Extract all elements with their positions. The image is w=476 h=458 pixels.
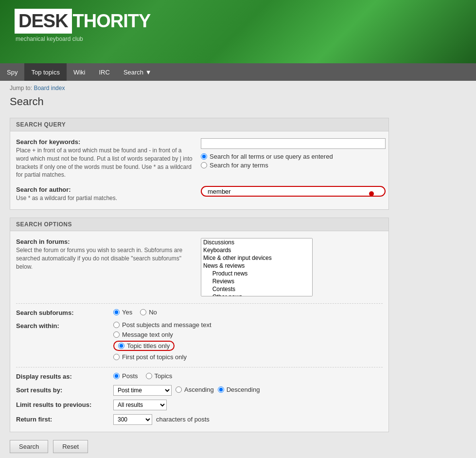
limit-control: All results 1 day 7 days 2 weeks 1 month… — [113, 400, 167, 410]
subforums-control: Yes No — [113, 309, 157, 317]
main-content: Search SEARCH QUERY Search for keywords:… — [0, 95, 399, 458]
site-header: DESK THORITY mechanical keyboard club — [0, 0, 476, 63]
sort-label: Sort results by: — [16, 386, 113, 394]
site-logo[interactable]: DESK THORITY — [15, 9, 150, 34]
subforums-no-input[interactable] — [140, 309, 146, 315]
forum-option-reviews: Reviews — [201, 277, 302, 285]
breadcrumb: Jump to: Board index — [0, 81, 476, 95]
subforums-label: Search subforums: — [16, 309, 113, 316]
limit-label: Limit results to previous: — [16, 401, 113, 408]
action-buttons: Search Reset — [10, 440, 389, 453]
search-options-body: Search in forums: Select the forum or fo… — [10, 231, 388, 432]
limit-select[interactable]: All results 1 day 7 days 2 weeks 1 month… — [113, 400, 167, 410]
forums-row: Search in forums: Select the forum or fo… — [16, 238, 383, 296]
return-control: 300 characters of posts — [113, 414, 210, 425]
display-posts-label: Posts — [122, 372, 138, 380]
within-message-text-label: Message text only — [122, 331, 173, 338]
subforums-yes-input[interactable] — [113, 309, 120, 315]
within-post-subjects-label: Post subjects and message text — [122, 321, 212, 329]
keywords-label: Search for keywords: — [16, 138, 193, 146]
forum-option-contests: Contests — [201, 285, 302, 293]
search-options-panel: SEARCH OPTIONS Search in forums: Select … — [10, 218, 389, 432]
within-post-subjects-input[interactable] — [113, 322, 120, 328]
author-desc: Use * as a wildcard for partial matches. — [16, 195, 117, 202]
subforums-row: Search subforums: Yes No — [16, 309, 383, 317]
logo-desk: DESK — [15, 9, 72, 34]
return-select[interactable]: 300 — [113, 414, 152, 425]
forum-option-news: News & reviews — [201, 262, 302, 270]
radio-all-terms-input[interactable] — [201, 153, 207, 160]
within-first-post-input[interactable] — [113, 354, 120, 360]
breadcrumb-link[interactable]: Board index — [34, 85, 65, 92]
forums-select-container: Discussions Keyboards Mice & other input… — [201, 238, 313, 296]
keywords-control: Search for all terms or use query as ent… — [201, 138, 386, 170]
keywords-row: Search for keywords: Place + in front of… — [16, 138, 383, 179]
nav-item-irc[interactable]: IRC — [92, 63, 117, 81]
sort-select[interactable]: Post time Author Subject Forum Type — [113, 385, 172, 396]
nav-item-wiki[interactable]: Wiki — [67, 63, 92, 81]
within-topic-titles-label: Topic titles only — [127, 342, 170, 349]
sort-asc-input[interactable] — [176, 386, 182, 393]
forum-option-other-news: Other news — [201, 293, 302, 296]
forums-label-area: Search in forums: Select the forum or fo… — [16, 238, 201, 271]
sort-desc-label: Descending — [227, 386, 260, 393]
display-control: Posts Topics — [113, 372, 172, 381]
radio-all-terms: Search for all terms or use query as ent… — [201, 153, 386, 160]
display-posts-option: Posts — [113, 372, 138, 380]
nav-item-spy[interactable]: Spy — [0, 63, 24, 81]
author-label-area: Search for author: Use * as a wildcard f… — [16, 186, 201, 202]
within-first-post: First post of topics only — [113, 353, 212, 361]
radio-any-terms-input[interactable] — [201, 162, 207, 168]
limit-row: Limit results to previous: All results 1… — [16, 400, 383, 410]
sort-desc-input[interactable] — [218, 386, 224, 393]
author-input[interactable] — [201, 186, 386, 197]
reset-button[interactable]: Reset — [53, 440, 88, 453]
display-posts-input[interactable] — [113, 373, 120, 379]
within-message-text: Message text only — [113, 331, 212, 338]
radio-any-terms: Search for any terms — [201, 162, 386, 169]
subforums-yes-option: Yes — [113, 309, 132, 316]
nav-item-top-topics[interactable]: Top topics — [24, 63, 67, 81]
return-suffix: characters of posts — [156, 416, 210, 423]
within-row: Search within: Post subjects and message… — [16, 321, 383, 362]
sort-desc-option: Descending — [218, 386, 260, 393]
logo-container: DESK THORITY mechanical keyboard club — [0, 0, 476, 42]
within-topic-titles: Topic titles only — [113, 341, 212, 351]
search-button[interactable]: Search — [10, 440, 48, 453]
search-query-header: SEARCH QUERY — [10, 118, 388, 131]
navbar: Spy Top topics Wiki IRC Search ▼ — [0, 63, 476, 81]
display-topics-input[interactable] — [146, 373, 152, 379]
site-tagline: mechanical keyboard club — [15, 36, 476, 42]
sort-asc-label: Ascending — [184, 386, 214, 393]
within-topic-titles-circled: Topic titles only — [113, 341, 175, 351]
breadcrumb-prefix: Jump to: — [10, 85, 32, 92]
return-label: Return first: — [16, 416, 113, 423]
search-options-header: SEARCH OPTIONS — [10, 218, 388, 231]
author-row: Search for author: Use * as a wildcard f… — [16, 186, 383, 202]
within-control: Post subjects and message text Message t… — [113, 321, 212, 362]
within-topic-titles-input[interactable] — [118, 343, 124, 349]
within-message-text-input[interactable] — [113, 331, 120, 338]
display-topics-label: Topics — [155, 372, 173, 380]
within-first-post-label: First post of topics only — [122, 353, 187, 361]
logo-thority: THORITY — [73, 11, 151, 32]
radio-all-terms-label: Search for all terms or use query as ent… — [210, 153, 333, 160]
forums-select[interactable]: Discussions Keyboards Mice & other input… — [201, 238, 313, 296]
within-label: Search within: — [16, 321, 113, 330]
forum-option-mice: Mice & other input devices — [201, 254, 302, 262]
search-query-body: Search for keywords: Place + in front of… — [10, 131, 388, 209]
forum-option-keyboards: Keyboards — [201, 246, 302, 254]
nav-item-search[interactable]: Search ▼ — [117, 63, 159, 81]
display-label: Display results as: — [16, 373, 113, 380]
keywords-input[interactable] — [201, 138, 386, 149]
divider-1 — [16, 303, 383, 304]
keywords-label-area: Search for keywords: Place + in front of… — [16, 138, 201, 179]
radio-any-terms-label: Search for any terms — [210, 162, 268, 169]
sort-asc-option: Ascending — [176, 386, 214, 393]
red-dot-indicator — [369, 191, 374, 196]
within-post-subjects: Post subjects and message text — [113, 321, 212, 329]
forums-control: Discussions Keyboards Mice & other input… — [201, 238, 383, 296]
forum-option-product-news: Product news — [201, 270, 302, 277]
sort-control: Post time Author Subject Forum Type Asce… — [113, 385, 260, 396]
subforums-yes-label: Yes — [122, 309, 132, 316]
